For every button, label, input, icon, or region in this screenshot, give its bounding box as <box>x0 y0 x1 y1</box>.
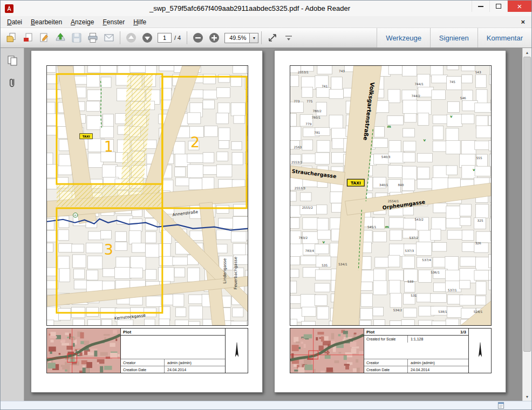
parcel-number-label: 744/1 <box>414 83 424 86</box>
sign-button[interactable] <box>36 30 52 45</box>
parcel-number-label: 780/2 <box>312 110 322 113</box>
street-name-label: Lindengasse <box>222 258 227 284</box>
page-number-input[interactable] <box>158 33 172 43</box>
parcel-number-label: 340/1 <box>379 183 388 187</box>
zoom-level-value: 49.5% <box>225 33 249 43</box>
next-page-button[interactable] <box>139 30 155 45</box>
sign-panel-button[interactable]: Signieren <box>430 28 478 47</box>
plot-title: Plot <box>366 330 374 334</box>
scrollbar-thumb[interactable] <box>523 57 531 352</box>
parcel-number-label: 2553/1 <box>298 71 309 74</box>
save-button[interactable] <box>69 30 85 45</box>
page-thumbnails-icon <box>6 54 18 66</box>
zoom-out-button[interactable] <box>190 30 206 45</box>
creation-date-value: 24.04.2014 <box>407 366 468 373</box>
menubar-close-icon[interactable]: × <box>519 18 527 26</box>
parcel-number-label: 783/2 <box>299 236 308 240</box>
print-button[interactable] <box>85 30 101 45</box>
plot-info-table: Plot 1/3 Created for Scale 1:1,128 Creat… <box>364 328 469 373</box>
detail-map-frame: TAXI 2553/1743741773775780/2780/17797812… <box>290 65 492 326</box>
zoom-level-combobox[interactable]: 49.5% ▼ <box>224 33 258 43</box>
next-page-icon <box>141 32 153 44</box>
zoom-in-button[interactable] <box>206 30 222 45</box>
close-button[interactable]: × <box>507 1 531 12</box>
svg-text:TAXI: TAXI <box>351 181 361 186</box>
page-count-label: / 4 <box>174 35 181 41</box>
share-upload-button[interactable] <box>52 30 69 45</box>
overview-satellite-thumbnail <box>46 328 121 373</box>
vertical-scrollbar[interactable]: ▲ ▼ <box>522 48 531 401</box>
svg-text:H: H <box>74 214 77 217</box>
parcel-number-label: 536/1 <box>431 271 440 274</box>
creator-label: Creator <box>121 359 164 366</box>
fit-window-button[interactable] <box>264 30 281 45</box>
parcel-number-label: 840 <box>398 183 404 187</box>
zoom-dropdown-arrow-icon[interactable]: ▼ <box>249 33 258 43</box>
zoom-in-icon <box>208 32 220 44</box>
parcel-number-label: 2553/3 <box>295 187 306 190</box>
pdf-page-2: TAXI 2553/1743741773775780/2780/17797812… <box>274 50 506 393</box>
parcel-number-label: 540/3 <box>381 155 391 159</box>
minimize-button[interactable] <box>472 1 489 12</box>
hydrant-marker: H <box>73 213 78 217</box>
plot-footer: Plot 1/3 Created for Scale 1:1,128 Creat… <box>290 328 492 373</box>
menu-anzeige[interactable]: Anzeige <box>66 17 98 28</box>
create-pdf-button[interactable] <box>20 30 36 45</box>
scrollbar-track[interactable] <box>523 57 531 392</box>
page-thumbnails-button[interactable] <box>5 53 19 67</box>
document-view[interactable]: TAXI H 123AnnenstraßeKernstockgasseLinde… <box>24 48 522 401</box>
overview-cadastral-map: TAXI H 123AnnenstraßeKernstockgasseLinde… <box>47 66 248 325</box>
window-title: _swp_579f5afc667f409aab2911aabdec5325.pd… <box>33 4 467 12</box>
menu-bar: DateiBearbeitenAnzeigeFensterHilfe × <box>1 16 531 28</box>
vegetation-mark: v <box>473 168 475 172</box>
menu-datei[interactable]: Datei <box>3 17 26 28</box>
parcel-number-label: 780/1 <box>311 116 320 119</box>
open-file-icon <box>6 32 18 44</box>
create-pdf-icon <box>22 32 34 44</box>
zoom-out-icon <box>192 32 204 44</box>
adobe-reader-window: _swp_579f5afc667f409aab2911aabdec5325.pd… <box>0 0 532 410</box>
parcel-number-label: 528/1 <box>474 310 483 313</box>
comment-panel-button[interactable]: Kommentar <box>478 28 531 47</box>
minimize-icon <box>478 6 483 7</box>
menu-bearbeiten[interactable]: Bearbeiten <box>26 17 66 28</box>
overview-map-frame: TAXI H 123AnnenstraßeKernstockgasseLinde… <box>46 65 248 326</box>
scale-value: 1:1,128 <box>407 336 468 343</box>
creation-date-value: 24.04.2014 <box>164 366 225 373</box>
toolbar-overflow-button[interactable] <box>281 30 297 45</box>
overview-satellite-thumbnail <box>290 328 364 373</box>
parcel-number-label: 2563 <box>294 146 302 149</box>
previous-page-icon <box>125 32 137 44</box>
creator-value: admin (admin) <box>164 359 225 366</box>
scale-label: Created for Scale <box>364 336 407 343</box>
region-number-label: 2 <box>190 134 200 151</box>
open-file-button[interactable] <box>4 30 20 45</box>
pdf-page-1: TAXI H 123AnnenstraßeKernstockgasseLinde… <box>31 50 263 393</box>
menu-hilfe[interactable]: Hilfe <box>129 17 151 28</box>
vegetation-mark: v <box>423 138 426 142</box>
attachments-button[interactable] <box>5 76 19 90</box>
detail-cadastral-map: TAXI 2553/1743741773775780/2780/17797812… <box>290 66 491 325</box>
parcel-number-label: 781 <box>314 131 320 134</box>
document-status-icon[interactable] <box>497 402 504 409</box>
save-disk-icon <box>71 32 83 44</box>
creation-date-label: Creation Date <box>121 366 164 373</box>
parcel-number-label: 745 <box>449 80 455 84</box>
svg-text:TAXI: TAXI <box>83 135 90 138</box>
parcel-number-label: 2553/2 <box>291 161 303 164</box>
parcel-number-label: 783/4 <box>305 249 315 252</box>
main-toolbar: / 4 49.5% ▼ <box>1 28 531 48</box>
tools-panel-button[interactable]: Werkzeuge <box>377 28 430 47</box>
maximize-button[interactable] <box>489 1 507 12</box>
parcel-number-label: 545/1 <box>367 226 377 229</box>
street-name-label: Feuerbachgasse <box>233 257 238 290</box>
navigation-pane <box>1 48 24 401</box>
parcel-number-label: 543/2 <box>414 218 424 221</box>
email-button[interactable] <box>101 30 117 45</box>
menu-fenster[interactable]: Fenster <box>98 17 129 28</box>
parcel-number-label: 535 <box>322 264 328 267</box>
scroll-up-arrow[interactable]: ▲ <box>523 48 531 57</box>
previous-page-button[interactable] <box>123 30 139 45</box>
scroll-down-arrow[interactable]: ▼ <box>523 392 531 401</box>
parcel-number-label: 531 <box>411 294 417 297</box>
